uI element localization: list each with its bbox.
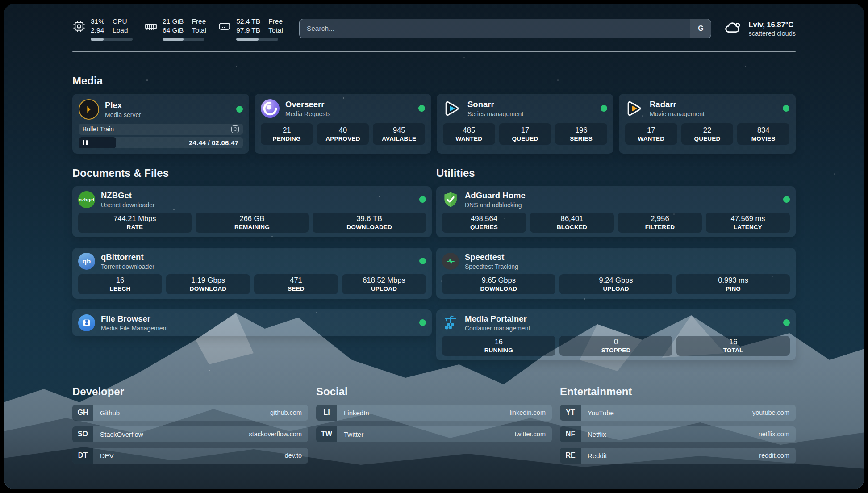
bookmark-name: StackOverflow [93, 430, 143, 438]
bookmark-name: DEV [93, 452, 114, 460]
disk-icon [218, 20, 231, 35]
bookmark-name: LinkedIn [337, 409, 369, 417]
card-subtitle: Usenet downloader [101, 201, 155, 209]
stat-stopped: 0STOPPED [559, 336, 673, 356]
bookmark-abbr: TW [316, 426, 337, 442]
search-bar[interactable]: G [299, 19, 712, 38]
bookmark-name: Twitter [337, 430, 363, 438]
bookmark-reddit[interactable]: RE Reddit reddit.com [560, 448, 796, 464]
stat-upload: 9.24 GbpsUPLOAD [559, 274, 673, 294]
section-title-documents: Documents & Files [72, 167, 432, 180]
stat-blocked: 86,401BLOCKED [530, 213, 614, 233]
card-subtitle: Movie management [650, 110, 705, 117]
bookmark-abbr: SO [72, 426, 93, 442]
card-title: NZBGet [101, 191, 155, 201]
snow-particles [4, 4, 5, 5]
bookmark-url: github.com [270, 409, 308, 416]
card-subtitle: Media File Management [101, 325, 168, 332]
stat-rate: 744.21 MbpsRATE [78, 213, 192, 233]
bookmark-github[interactable]: GH Github github.com [72, 405, 308, 421]
section-title-media: Media [72, 75, 796, 87]
playback-progress-fill [79, 137, 116, 148]
section-entertainment: Entertainment YT YouTube youtube.com NF … [560, 385, 796, 464]
cpu-metric: 31%2.94 CPULoad [72, 17, 133, 41]
status-dot-online [783, 105, 789, 112]
service-card-plex[interactable]: Plex Media server Bullet Train 24:44 / [72, 94, 249, 154]
service-card-qbittorrent[interactable]: qb qBittorrent Torrent downloader 16LEEC… [72, 248, 432, 299]
stat-remaining: 266 GBREMAINING [196, 213, 309, 233]
card-title: AdGuard Home [465, 191, 526, 201]
card-title: Speedtest [465, 252, 518, 262]
section-developer: Developer GH Github github.com SO StackO… [72, 385, 308, 464]
stat-leech: 16LEECH [78, 274, 162, 294]
status-dot-online [601, 105, 607, 112]
memory-progress-bar [163, 38, 204, 41]
service-card-portainer[interactable]: Media Portainer Container management 16R… [436, 309, 796, 360]
section-social: Social LI LinkedIn linkedin.com TW Twitt… [316, 385, 552, 464]
stat-running: 16RUNNING [442, 336, 555, 356]
card-title: Media Portainer [465, 314, 530, 324]
disk-metric: 52.4 TB97.9 TB FreeTotal [218, 17, 283, 41]
bookmark-youtube[interactable]: YT YouTube youtube.com [560, 405, 796, 421]
stat-queries: 498,564QUERIES [442, 213, 526, 233]
section-title-utilities: Utilities [436, 167, 796, 180]
stat-download: 9.65 GbpsDOWNLOAD [442, 274, 555, 294]
service-card-radarr[interactable]: Radarr Movie management 17WANTED 22QUEUE… [619, 94, 796, 154]
now-playing-row[interactable]: Bullet Train [79, 124, 243, 135]
stat-upload: 618.52 MbpsUPLOAD [342, 274, 426, 294]
search-input[interactable] [300, 25, 690, 33]
radarr-icon [625, 99, 644, 118]
card-title: Overseerr [285, 100, 330, 109]
section-title-developer: Developer [72, 385, 308, 398]
bookmark-url: twitter.com [515, 430, 552, 438]
stat-pending: 21PENDING [261, 123, 313, 145]
service-card-nzbget[interactable]: nzbget NZBGet Usenet downloader 744.21 M… [72, 186, 432, 237]
card-subtitle: Series management [467, 110, 523, 117]
qbittorrent-icon: qb [78, 253, 95, 270]
stat-approved: 40APPROVED [317, 123, 369, 145]
service-card-speedtest[interactable]: Speedtest Speedtest Tracking 9.65 GbpsDO… [436, 248, 796, 299]
card-subtitle: Torrent downloader [101, 263, 154, 270]
service-card-sonarr[interactable]: Sonarr Series management 485WANTED 17QUE… [437, 94, 613, 154]
memory-icon [144, 20, 158, 35]
memory-labels: FreeTotal [192, 17, 206, 35]
bookmark-name: Netflix [581, 430, 606, 438]
weather-location-temp: Lviv, 16.87°C [748, 21, 796, 29]
bookmark-dev[interactable]: DT DEV dev.to [72, 448, 308, 464]
stat-wanted: 485WANTED [443, 123, 495, 145]
service-card-overseerr[interactable]: Overseerr Media Requests 21PENDING 40APP… [255, 94, 431, 154]
bookmark-netflix[interactable]: NF Netflix netflix.com [560, 426, 796, 442]
bookmark-linkedin[interactable]: LI LinkedIn linkedin.com [316, 405, 552, 421]
overseerr-icon [261, 99, 280, 118]
header-divider [72, 51, 796, 52]
weather-widget[interactable]: Lviv, 16.87°C scattered clouds [724, 18, 796, 39]
service-card-filebrowser[interactable]: File Browser Media File Management [72, 309, 432, 336]
stat-queued: 17QUEUED [499, 123, 551, 145]
section-documents: Documents & Files nzbget NZBGet Usenet d… [72, 167, 432, 336]
disk-progress-bar [236, 38, 278, 41]
portainer-icon [442, 314, 459, 331]
bookmark-url: stackoverflow.com [249, 430, 308, 438]
bookmark-url: dev.to [285, 452, 308, 459]
bookmark-stackoverflow[interactable]: SO StackOverflow stackoverflow.com [72, 426, 308, 442]
cpu-icon [72, 20, 86, 35]
service-card-adguard[interactable]: AdGuard Home DNS and adblocking 498,564Q… [436, 186, 796, 237]
stat-movies: 834MOVIES [737, 123, 789, 145]
status-dot-online [419, 319, 426, 326]
status-dot-online [419, 258, 426, 264]
memory-values: 21 GiB64 GiB [163, 17, 184, 35]
search-engine-button[interactable]: G [690, 19, 711, 38]
media-type-icon [231, 125, 239, 133]
status-dot-online [236, 106, 243, 113]
status-dot-online [783, 196, 790, 203]
top-bar: 31%2.94 CPULoad [72, 4, 796, 41]
pause-icon [83, 140, 84, 145]
adguard-icon [442, 191, 459, 208]
bookmark-url: netflix.com [759, 430, 796, 438]
card-title: Radarr [650, 100, 705, 109]
bookmark-url: youtube.com [752, 409, 796, 416]
bookmark-twitter[interactable]: TW Twitter twitter.com [316, 426, 552, 442]
card-subtitle: Media server [105, 111, 141, 118]
stat-downloaded: 39.6 TBDOWNLOADED [313, 213, 426, 233]
section-utilities: Utilities [436, 167, 796, 360]
